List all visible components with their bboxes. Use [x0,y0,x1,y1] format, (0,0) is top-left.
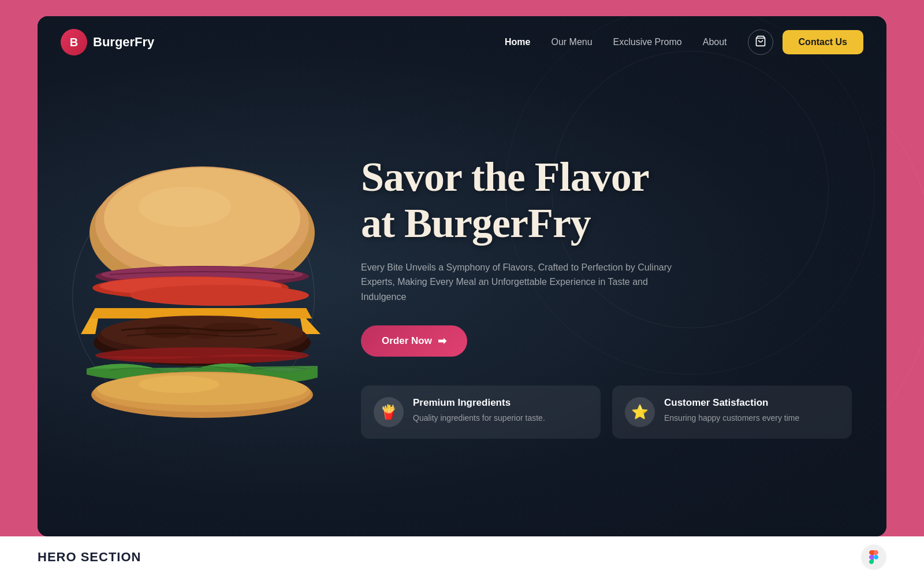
order-now-button[interactable]: Order Now ➡ [361,325,467,357]
feature-card-0: 🍟 Premium Ingredients Quality ingredient… [361,386,601,439]
logo-icon[interactable]: B [61,29,87,55]
hero-subtitle: Every Bite Unveils a Symphony of Flavors… [361,260,684,305]
bottom-section-label: HERO SECTION [38,550,141,565]
svg-point-13 [144,324,191,338]
hero-area: Savor the Flavor at BurgerFry Every Bite… [38,68,886,536]
feature-icon-ingredients: 🍟 [374,397,404,427]
nav-about[interactable]: About [703,37,727,47]
nav-home[interactable]: Home [505,37,530,47]
contact-button[interactable]: Contact Us [783,30,863,54]
order-arrow-icon: ➡ [438,335,446,347]
feature-desc-1: Ensuring happy customers every time [664,412,799,424]
nav-menu[interactable]: Our Menu [551,37,592,47]
figma-icon [861,544,886,570]
hero-text-area: Savor the Flavor at BurgerFry Every Bite… [349,154,886,438]
burger-image [55,146,349,447]
page-wrapper: B BurgerFry Home Our Menu Exclusive Prom… [0,0,924,578]
svg-point-20 [139,376,219,393]
svg-point-4 [139,187,231,227]
feature-title-0: Premium Ingredients [413,397,545,409]
feature-cards: 🍟 Premium Ingredients Quality ingredient… [361,386,852,439]
feature-icon-satisfaction: ⭐ [625,397,655,427]
logo-area: B BurgerFry [61,29,154,55]
cart-icon [755,35,766,50]
cart-button[interactable] [748,29,773,55]
bottom-bar: HERO SECTION [0,536,924,578]
burger-image-area [38,146,349,447]
hero-title: Savor the Flavor at BurgerFry [361,154,852,246]
main-card: B BurgerFry Home Our Menu Exclusive Prom… [38,16,886,536]
nav-links: Home Our Menu Exclusive Promo About [505,37,727,47]
nav-promo[interactable]: Exclusive Promo [613,37,682,47]
feature-title-1: Customer Satisfaction [664,397,799,409]
feature-desc-0: Quality ingredients for superior taste. [413,412,545,424]
feature-card-1: ⭐ Customer Satisfaction Ensuring happy c… [612,386,852,439]
svg-point-9 [130,285,309,306]
brand-name: BurgerFry [93,35,154,50]
navbar: B BurgerFry Home Our Menu Exclusive Prom… [38,16,886,68]
